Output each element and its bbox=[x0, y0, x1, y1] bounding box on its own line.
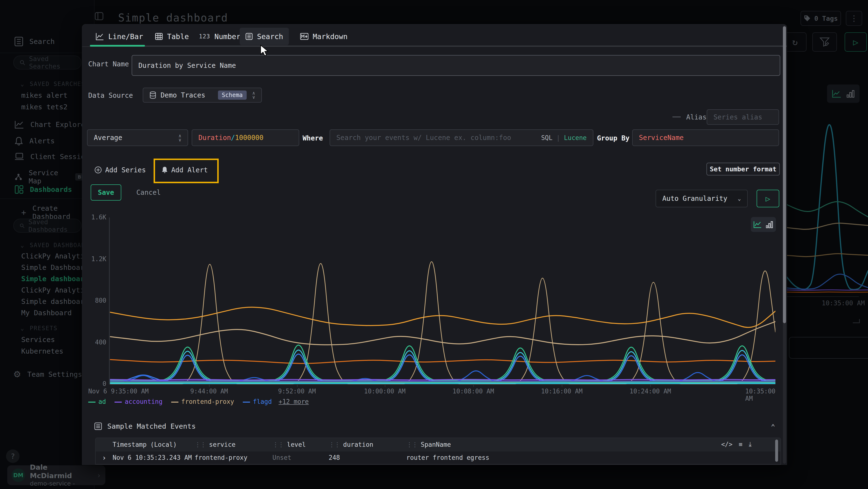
drag-handle-icon[interactable]: ⋮⋮ bbox=[406, 441, 417, 448]
divider bbox=[0, 53, 94, 53]
group-by-input[interactable]: ServiceName bbox=[632, 130, 779, 146]
chart-run-button[interactable]: ▷ bbox=[756, 190, 779, 207]
bg-panel-border bbox=[789, 337, 868, 359]
legend-more-link[interactable]: +12 more bbox=[278, 398, 309, 405]
series-dark-orange bbox=[110, 359, 775, 364]
group-by-label: Group By bbox=[597, 134, 629, 142]
cancel-button[interactable]: Cancel bbox=[132, 184, 165, 201]
sidebar-item-kubernetes[interactable]: Kubernetes bbox=[21, 347, 63, 355]
legend-item-frontend-proxy[interactable]: frontend-proxy bbox=[171, 398, 234, 405]
sidebar-item-dashboards[interactable]: Dashboards bbox=[14, 185, 72, 194]
series-green-spikes bbox=[110, 345, 775, 380]
code-view-icon[interactable]: </> bbox=[721, 441, 733, 448]
tab-search[interactable]: Search bbox=[240, 28, 289, 45]
sidebar-item-team-settings[interactable]: ⚙ Team Settings bbox=[13, 369, 82, 379]
sidebar-item-simple-dashboard[interactable]: Simple dashboard bbox=[21, 297, 89, 306]
saved-searches-header[interactable]: ⌄ SAVED SEARCHES bbox=[21, 81, 85, 87]
column-header[interactable]: ⋮⋮duration bbox=[329, 441, 406, 448]
x-tick-label: 10:08:00 AM bbox=[453, 387, 494, 395]
sidebar-item-client-sessions[interactable]: Client Sessions bbox=[14, 152, 94, 161]
series-purple-flat bbox=[786, 290, 868, 290]
tab-line-bar[interactable]: Line/Bar bbox=[90, 28, 149, 45]
presets-header[interactable]: ⌄ PRESETS bbox=[21, 325, 58, 332]
granularity-select[interactable]: Auto Granularity ⌄ bbox=[656, 190, 748, 207]
wrap-lines-icon[interactable]: ≡ bbox=[739, 441, 743, 448]
filter-icon bbox=[819, 37, 830, 47]
field-expression-input[interactable]: Duration/1000000 bbox=[192, 130, 299, 146]
bg-chart-type-toggle[interactable] bbox=[827, 84, 860, 103]
tab-table[interactable]: Table bbox=[149, 28, 194, 45]
tags-label: 0 Tags bbox=[814, 15, 838, 22]
tab-number[interactable]: 123 Number bbox=[193, 28, 246, 45]
column-header[interactable]: ⋮⋮level bbox=[273, 441, 329, 448]
tag-icon bbox=[804, 15, 811, 22]
markdown-icon bbox=[300, 33, 308, 40]
column-header[interactable]: ⋮⋮service bbox=[194, 441, 273, 448]
more-menu-button[interactable]: ⋮ bbox=[846, 11, 862, 26]
table-cell: frontend-proxy bbox=[194, 454, 273, 461]
background-mini-chart bbox=[786, 104, 868, 296]
collapse-sidebar-icon[interactable] bbox=[95, 12, 103, 20]
alias-input[interactable]: Series alias bbox=[707, 109, 779, 125]
data-source-select[interactable]: Demo Traces Schema ∧∨ bbox=[143, 88, 262, 103]
play-icon: ▷ bbox=[853, 37, 858, 47]
user-card[interactable]: DM Dale McDiarmid demo-service - › bbox=[7, 465, 105, 485]
chart-name-input[interactable]: Duration by Service Name bbox=[132, 55, 780, 76]
legend-item-flagd[interactable]: flagd bbox=[243, 398, 272, 405]
bg-resize-handle[interactable] bbox=[853, 319, 860, 323]
set-number-format-button[interactable]: Set number format bbox=[707, 163, 780, 175]
lucene-mode-toggle[interactable]: Lucene bbox=[564, 134, 587, 141]
save-button[interactable]: Save bbox=[91, 184, 121, 201]
series-tan bbox=[786, 223, 868, 229]
play-icon: ▷ bbox=[766, 194, 770, 203]
duration-by-service-chart[interactable] bbox=[110, 216, 775, 385]
add-series-button[interactable]: Add Series bbox=[92, 163, 149, 177]
aggregation-select[interactable]: Average ∧∨ bbox=[87, 130, 188, 146]
table-scrollbar[interactable] bbox=[775, 439, 778, 462]
tab-markdown[interactable]: Markdown bbox=[294, 28, 353, 45]
sample-events-header[interactable]: Sample Matched Events bbox=[94, 422, 196, 430]
plus-icon: + bbox=[21, 207, 26, 217]
sidebar-item-search[interactable]: Search bbox=[14, 37, 55, 46]
legend-item-accounting[interactable]: accounting bbox=[115, 398, 162, 405]
drag-handle-icon[interactable]: ⋮⋮ bbox=[273, 441, 283, 448]
collapse-section-icon[interactable]: ⌃ bbox=[771, 423, 775, 431]
sidebar-item-my-dashboard[interactable]: My Dashboard bbox=[21, 309, 72, 317]
series-tan2 bbox=[786, 254, 868, 257]
series-green bbox=[786, 202, 868, 217]
filter-button[interactable] bbox=[812, 32, 837, 52]
sidebar-item-mikes-alert[interactable]: mikes alert bbox=[21, 91, 67, 99]
sidebar-item-mikes-tets2[interactable]: mikes tets2 bbox=[21, 103, 67, 111]
series-cyan-spikes bbox=[110, 350, 775, 381]
download-icon[interactable]: ⤓ bbox=[749, 440, 752, 448]
modal-scrollbar-track[interactable] bbox=[783, 25, 786, 464]
chart-type-toggle[interactable] bbox=[751, 217, 776, 232]
saved-dashboards-input[interactable]: Saved Dashboards bbox=[13, 219, 82, 233]
table-icon bbox=[155, 33, 163, 40]
chart-legend[interactable]: adaccountingfrontend-proxyflagd+12 more bbox=[88, 398, 309, 405]
sidebar-item-chart-explorer[interactable]: Chart Explorer bbox=[14, 120, 89, 129]
run-query-button[interactable]: ▷ bbox=[845, 32, 867, 52]
table-row[interactable]: ›Nov 6 10:35:23.243 AMfrontend-proxyUnse… bbox=[96, 451, 780, 464]
help-button[interactable]: ? bbox=[6, 450, 20, 463]
sql-mode-toggle[interactable]: SQL bbox=[541, 134, 552, 141]
table-row[interactable]: ›Nov 6 10:35:23.243 AMfrontend-proxyUnse… bbox=[96, 464, 780, 465]
line-chart-icon bbox=[753, 221, 762, 228]
tags-button[interactable]: 0 Tags bbox=[801, 11, 841, 26]
sidebar-item-simple-dashboard[interactable]: Simple dashboard bbox=[21, 275, 89, 283]
drag-handle-icon[interactable]: ⋮⋮ bbox=[329, 441, 340, 448]
saved-searches-input[interactable]: Saved Searches bbox=[13, 56, 82, 69]
sidebar-item-alerts[interactable]: Alerts bbox=[14, 136, 55, 146]
series-blue-spikes bbox=[110, 354, 775, 382]
chevron-right-icon: › bbox=[97, 471, 101, 480]
sidebar-item-services[interactable]: Services bbox=[21, 336, 55, 344]
sidebar-item-simple-dashboard[interactable]: Simple Dashboard bbox=[21, 263, 89, 271]
drag-handle-icon[interactable]: ⋮⋮ bbox=[194, 441, 206, 448]
where-search-input[interactable]: Search your events w/ Lucene ex. column:… bbox=[330, 130, 593, 146]
expand-row-icon[interactable]: › bbox=[96, 454, 113, 462]
legend-item-ad[interactable]: ad bbox=[88, 398, 106, 405]
x-tick-label: 9:44:00 AM bbox=[190, 387, 228, 395]
modal-scrollbar-thumb[interactable] bbox=[783, 26, 786, 323]
bar-chart-icon bbox=[766, 221, 773, 228]
column-header[interactable]: Timestamp (Local) bbox=[113, 441, 194, 448]
